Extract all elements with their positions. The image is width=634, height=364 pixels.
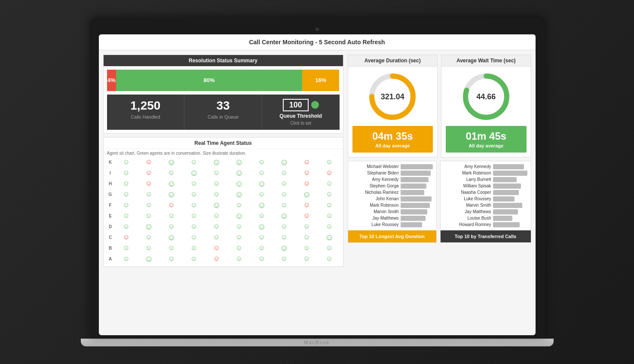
agent-icon: ☺ bbox=[251, 157, 273, 167]
queue-threshold-box[interactable]: Queue Threshold Click to set bbox=[262, 95, 340, 130]
queue-threshold-sublabel: Click to set bbox=[290, 121, 311, 125]
agent-icon: ☺ bbox=[273, 179, 295, 189]
top10-name: Jay Matthews bbox=[352, 216, 399, 220]
agent-icon: ☺ bbox=[116, 200, 138, 210]
agent-icon: ☺ bbox=[228, 254, 250, 264]
top10-name: Mark Robinson bbox=[444, 171, 491, 175]
avg-wait-time-box: 01m 45s All day average bbox=[446, 126, 527, 153]
agent-icon: ☺ bbox=[138, 222, 160, 232]
list-item: Amy Kennedy bbox=[352, 177, 433, 182]
top10-bar bbox=[493, 184, 521, 189]
top10-bar bbox=[493, 171, 527, 176]
agent-icon: ☺ bbox=[273, 157, 295, 167]
top10-bar bbox=[401, 171, 431, 176]
top10-bar bbox=[401, 209, 427, 214]
avg-duration-time-box: 04m 35s All day average bbox=[352, 126, 433, 153]
agent-icon: ☺ bbox=[319, 190, 340, 199]
agent-icon: ☺ bbox=[296, 254, 318, 264]
agent-icon: ☺ bbox=[206, 232, 228, 242]
list-item: Jay Matthews bbox=[352, 216, 433, 221]
top10-bar bbox=[401, 177, 429, 182]
row-label-f: F bbox=[106, 200, 115, 210]
screen: Call Center Monitoring - 5 Second Auto R… bbox=[99, 34, 536, 335]
agent-icon: ☺ bbox=[296, 168, 318, 178]
agent-icon: ☺ bbox=[228, 232, 250, 242]
camera bbox=[315, 28, 319, 31]
left-section: Resolution Status Summary 4% 80% 16% bbox=[103, 55, 343, 267]
dashboard-title: Call Center Monitoring - 5 Second Auto R… bbox=[99, 34, 536, 50]
top10-bar bbox=[493, 177, 517, 182]
agent-icon: ☺ bbox=[116, 190, 138, 199]
agent-icon: ☺ bbox=[296, 222, 318, 232]
top10-name: Stephanie Biden bbox=[352, 171, 399, 175]
calls-handled-label: Calls Handled bbox=[131, 114, 160, 119]
agent-icon: ☺ bbox=[273, 168, 295, 178]
agent-icon: ☺ bbox=[319, 254, 340, 264]
top10-bar bbox=[401, 196, 432, 202]
top10-duration-card: Michael WebsterStephanie BidenAmy Kenned… bbox=[348, 161, 437, 243]
list-item: Marvin Smith bbox=[444, 203, 527, 208]
top10-transferred-list: Amy KennedyMark RobinsonLarry BurnettWil… bbox=[441, 161, 531, 230]
agent-icon: ☺ bbox=[161, 243, 183, 253]
top10-bar bbox=[401, 216, 426, 221]
agent-icon: ☺ bbox=[116, 243, 138, 253]
agent-subtitle: Agent sit chart. Green agents are in con… bbox=[104, 149, 343, 157]
agent-icon: ☺ bbox=[161, 168, 183, 178]
list-item: William Spisak bbox=[444, 184, 527, 189]
calls-handled-box: 1,250 Calls Handled bbox=[107, 95, 185, 130]
top10-bar bbox=[401, 184, 426, 189]
agent-icon: ☺ bbox=[228, 200, 250, 210]
agent-icon: ☺ bbox=[116, 179, 138, 189]
agent-icon: ☺ bbox=[183, 200, 205, 210]
agent-icon: ☺ bbox=[251, 168, 273, 178]
macbook-shell: Call Center Monitoring - 5 Second Auto R… bbox=[81, 18, 554, 346]
agent-icon: ☺ bbox=[228, 222, 250, 232]
top10-bar bbox=[493, 222, 520, 227]
agent-icon: ☺ bbox=[319, 211, 340, 221]
agent-icon: ☺ bbox=[319, 222, 340, 232]
resolution-card: Resolution Status Summary 4% 80% 16% bbox=[103, 55, 343, 134]
agent-icon: ☺ bbox=[183, 222, 205, 232]
avg-duration-donut: 321.04 bbox=[367, 71, 418, 122]
agent-icon: ☺ bbox=[251, 200, 273, 210]
agent-icon: ☺ bbox=[319, 168, 340, 178]
agent-icon: ☺ bbox=[251, 243, 273, 253]
agent-icon: ☺ bbox=[138, 211, 160, 221]
top10-duration-footer: Top 10 Longest Avg Duration bbox=[348, 230, 436, 242]
row-label-i: I bbox=[106, 168, 115, 178]
calls-handled-number: 1,250 bbox=[110, 99, 182, 113]
agent-icon: ☺ bbox=[206, 200, 228, 210]
top10-bar bbox=[493, 203, 522, 208]
agent-icon: ☺ bbox=[273, 243, 295, 253]
screen-bezel: Call Center Monitoring - 5 Second Auto R… bbox=[89, 18, 545, 339]
top10-name: Stephen Gorga bbox=[352, 184, 399, 188]
list-item: Howard Romney bbox=[444, 222, 527, 227]
calls-in-queue-box: 33 Calls in Queue bbox=[184, 95, 262, 130]
agent-icon: ☺ bbox=[138, 190, 160, 199]
agent-icon: ☺ bbox=[161, 179, 183, 189]
agent-icon: ☺ bbox=[116, 222, 138, 232]
row-label-b: B bbox=[106, 243, 115, 253]
queue-threshold-input[interactable] bbox=[283, 99, 309, 111]
avg-wait-header: Average Wait Time (sec) bbox=[441, 55, 531, 67]
agent-icon: ☺ bbox=[138, 168, 160, 178]
avg-duration-header: Average Duration (sec) bbox=[348, 55, 438, 67]
top10-name: Michael Webster bbox=[352, 164, 399, 169]
list-item: Michael Webster bbox=[352, 164, 433, 169]
right-section: Average Duration (sec) 321.04 bbox=[348, 55, 531, 267]
top10-bar bbox=[493, 164, 524, 169]
agent-icon: ☺ bbox=[228, 179, 250, 189]
list-item: Luke Roussey bbox=[352, 222, 433, 227]
row-label-k: K bbox=[106, 157, 115, 167]
agent-status-title: Real Time Agent Status bbox=[104, 138, 343, 149]
top10-row: Michael WebsterStephanie BidenAmy Kenned… bbox=[348, 161, 531, 243]
top10-bar bbox=[401, 164, 433, 169]
dashboard: Call Center Monitoring - 5 Second Auto R… bbox=[99, 34, 536, 335]
agent-icon: ☺ bbox=[273, 254, 295, 264]
top10-bar bbox=[493, 216, 512, 221]
agent-icon: ☺ bbox=[319, 157, 340, 167]
agent-icon: ☺ bbox=[116, 157, 138, 167]
top10-bar bbox=[493, 196, 515, 202]
list-item: Stephanie Biden bbox=[352, 171, 433, 176]
row-label-e: E bbox=[106, 211, 115, 221]
